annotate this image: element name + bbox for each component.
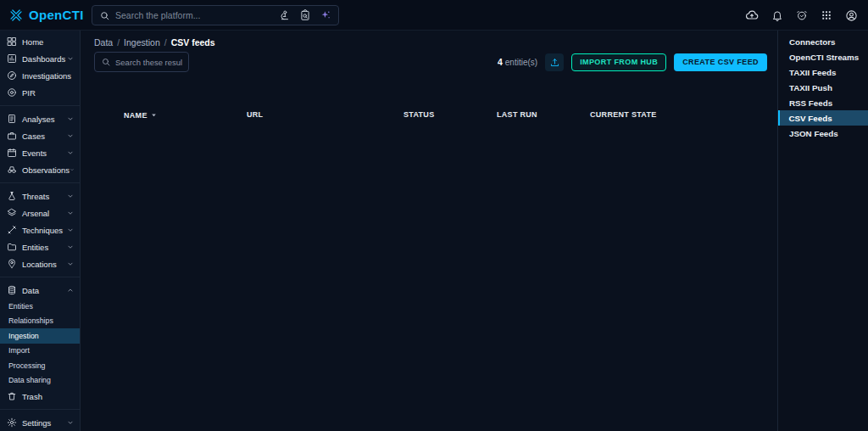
sort-arrow-icon[interactable] (149, 110, 159, 120)
search-icon (99, 10, 110, 21)
sidebar-item-home[interactable]: Home (0, 33, 80, 50)
column-header-status[interactable]: STATUS (403, 110, 434, 119)
topbar-actions (745, 0, 858, 31)
chevron-down-icon (66, 418, 75, 427)
sidebar-subitem-label: Import (8, 346, 30, 355)
sidebar-item-label: Observations (22, 165, 70, 175)
entities-icon (7, 242, 17, 252)
sidebar-item-label: Techniques (22, 226, 63, 235)
submenu-item-taxii-feeds[interactable]: TAXII Feeds (778, 64, 868, 80)
data-icon (7, 285, 17, 295)
chevron-down-icon (66, 132, 75, 140)
create-csv-feed-button[interactable]: CREATE CSV FEED (674, 53, 767, 71)
sidebar-item-label: Locations (22, 260, 57, 269)
events-icon (7, 148, 17, 158)
left-sidebar: Home Dashboards Investigations PIR Analy… (0, 31, 81, 431)
submenu-item-opencti-streams[interactable]: OpenCTI Streams (778, 49, 868, 64)
search-icon (101, 57, 111, 67)
chevron-down-icon (66, 243, 75, 251)
sidebar-item-label: Cases (22, 132, 45, 141)
sidebar-item-settings[interactable]: Settings (0, 414, 80, 431)
sidebar-item-data[interactable]: Data (0, 282, 80, 299)
sidebar-item-label: Home (22, 37, 43, 47)
breadcrumb-link-data[interactable]: Data (94, 37, 113, 48)
account-icon[interactable] (845, 9, 858, 22)
sidebar-item-label: Settings (22, 418, 51, 428)
sidebar-subitem-data-sharing[interactable]: Data sharing (0, 373, 80, 389)
sidebar-subitem-import[interactable]: Import (0, 344, 80, 359)
results-search[interactable] (94, 52, 189, 72)
sidebar-item-events[interactable]: Events (0, 144, 80, 161)
sidebar-divider (0, 105, 80, 106)
chevron-down-icon (66, 260, 75, 268)
entity-count: 4entitie(s) (498, 57, 537, 67)
trash-icon (7, 391, 17, 401)
sidebar-item-techniques[interactable]: Techniques (0, 221, 80, 238)
ai-sparkle-icon[interactable] (320, 9, 331, 21)
sidebar-item-locations[interactable]: Locations (0, 255, 80, 272)
apps-grid-icon[interactable] (821, 9, 832, 21)
submenu-item-rss-feeds[interactable]: RSS Feeds (778, 95, 868, 110)
breadcrumb-link-ingestion[interactable]: Ingestion (124, 37, 160, 48)
column-header-current-state[interactable]: CURRENT STATE (590, 110, 657, 119)
investigations-icon (7, 70, 17, 81)
chevron-down-icon (66, 54, 75, 63)
sidebar-item-label: Investigations (22, 71, 71, 81)
sidebar-divider (0, 277, 80, 277)
content-paste-search-icon[interactable] (299, 9, 311, 21)
observations-icon (7, 165, 17, 175)
sidebar-subitem-ingestion[interactable]: Ingestion (0, 328, 80, 344)
sidebar-item-label: Trash (22, 392, 42, 401)
upload-icon (549, 57, 560, 68)
sidebar-subitem-label: Entities (8, 302, 33, 311)
sidebar-item-analyses[interactable]: Analyses (0, 110, 80, 127)
chevron-down-icon (66, 209, 75, 217)
sidebar-subitem-label: Data sharing (8, 376, 51, 384)
sidebar-item-label: Events (22, 148, 47, 158)
sidebar-item-label: Analyses (22, 115, 55, 124)
sidebar-item-observations[interactable]: Observations (0, 161, 80, 178)
export-upload-button[interactable] (545, 53, 564, 71)
sidebar-item-trash[interactable]: Trash (0, 388, 80, 405)
sidebar-subitem-label: Relationships (8, 316, 53, 325)
submenu-item-taxii-push[interactable]: TAXII Push (778, 80, 868, 95)
results-search-input[interactable] (115, 58, 182, 67)
arsenal-icon (7, 208, 17, 218)
chevron-down-icon (66, 115, 75, 123)
entity-count-label: entitie(s) (505, 58, 537, 67)
sidebar-subitem-relationships[interactable]: Relationships (0, 314, 80, 329)
column-header-url[interactable]: URL (247, 110, 263, 119)
opencti-logo[interactable]: OpenCTI (0, 8, 92, 23)
sidebar-subitem-entities[interactable]: Entities (0, 299, 80, 314)
sidebar-item-label: Threats (22, 192, 49, 201)
column-header-last-run[interactable]: LAST RUN (497, 110, 537, 119)
cloud-sync-icon[interactable] (745, 8, 759, 22)
sidebar-item-investigations[interactable]: Investigations (0, 67, 80, 84)
submenu-item-csv-feeds[interactable]: CSV Feeds (778, 110, 868, 126)
import-from-hub-button[interactable]: IMPORT FROM HUB (571, 53, 666, 71)
column-header-name[interactable]: NAME (124, 110, 159, 120)
biotech-icon[interactable] (279, 9, 291, 21)
table-header: NAME URL STATUS LAST RUN CURRENT STATE (81, 110, 777, 126)
sidebar-item-threats[interactable]: Threats (0, 188, 80, 204)
submenu-item-connectors[interactable]: Connectors (778, 34, 868, 49)
sidebar-item-cases[interactable]: Cases (0, 127, 80, 144)
submenu-item-json-feeds[interactable]: JSON Feeds (778, 126, 868, 141)
sidebar-subitem-label: Processing (8, 361, 46, 370)
notifications-icon[interactable] (771, 9, 783, 21)
sidebar-item-pir[interactable]: PIR (0, 84, 80, 101)
alarm-check-icon[interactable] (796, 9, 808, 21)
threats-icon (7, 191, 17, 201)
sidebar-item-arsenal[interactable]: Arsenal (0, 204, 80, 221)
sidebar-item-dashboards[interactable]: Dashboards (0, 50, 80, 67)
techniques-icon (7, 225, 17, 235)
top-bar: OpenCTI (0, 0, 868, 31)
sidebar-subitem-processing[interactable]: Processing (0, 358, 80, 373)
platform-search[interactable] (92, 5, 339, 25)
sidebar-item-entities[interactable]: Entities (0, 238, 80, 255)
sidebar-divider (0, 182, 80, 183)
toolbar: 4entitie(s) IMPORT FROM HUB CREATE CSV F… (498, 52, 767, 72)
analyses-icon (7, 114, 17, 124)
sidebar-item-label: Data (22, 286, 39, 295)
platform-search-input[interactable] (115, 10, 274, 20)
